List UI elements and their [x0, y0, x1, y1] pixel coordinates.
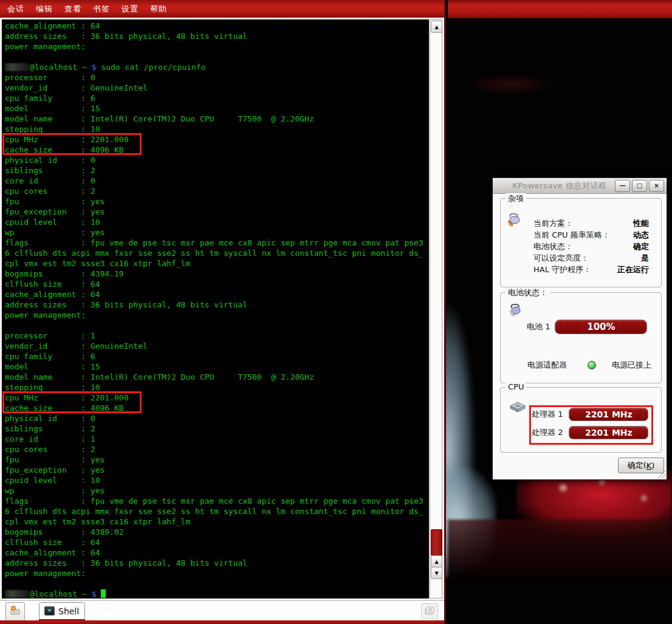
terminal-line: cache_alignment : 64 — [5, 21, 429, 31]
terminal-line: power management: — [5, 41, 429, 52]
terminal-line: address sizes : 36 bits physical, 48 bit… — [5, 300, 429, 310]
misc-label: 当前方案： — [533, 218, 573, 229]
terminal-line: model : 15 — [5, 362, 429, 372]
tab-shell[interactable]: » Shell — [39, 602, 85, 619]
tab-label: Shell — [58, 606, 79, 616]
battery-progress-bar: 100% — [555, 320, 647, 334]
misc-label: 电池状态： — [533, 241, 573, 252]
detach-session-button[interactable] — [421, 603, 438, 619]
terminal-line — [5, 52, 429, 62]
menu-item[interactable]: 书签 — [93, 4, 110, 15]
terminal-output[interactable]: cache_alignment : 64address sizes : 36 b… — [2, 19, 429, 598]
wallpaper-dark-band — [448, 519, 672, 583]
terminal-line: model name : Intel(R) Core(TM)2 Duo CPU … — [5, 114, 429, 124]
menu-item[interactable]: 查看 — [64, 4, 81, 15]
kpowersave-dialog: KPowersave 信息对话框 — □ × 杂项 当前方案：性能 当前 CPU — [492, 177, 667, 480]
terminal-line: physical id : 0 — [5, 155, 429, 165]
terminal-line — [5, 320, 429, 331]
terminal-frame: cache_alignment : 64address sizes : 36 b… — [0, 18, 444, 600]
annotation-box-cpu-bars — [529, 405, 653, 445]
misc-value: 确定 — [633, 241, 649, 252]
menu-item[interactable]: 帮助 — [150, 4, 167, 15]
ok-button-accelerator: K — [646, 461, 652, 470]
minimize-button[interactable]: — — [615, 180, 630, 192]
terminal-line: cpu cores : 2 — [5, 186, 429, 196]
terminal-icon: » — [44, 606, 55, 615]
terminal-line: clflush size : 64 — [5, 279, 429, 289]
misc-value: 是 — [641, 253, 649, 264]
battery-row: 电池 1 100% — [527, 320, 653, 334]
adapter-led-icon — [588, 361, 596, 369]
prompt-tilde: ~ — [82, 63, 92, 72]
misc-rows: 当前方案：性能 当前 CPU 频率策略：动态 电池状态：确定 可以设定亮度：是 … — [533, 218, 649, 275]
close-button[interactable]: × — [649, 180, 664, 192]
terminal-line: core id : 0 — [5, 176, 429, 186]
terminal-line: fpu : yes — [5, 196, 429, 207]
new-session-button[interactable] — [5, 602, 25, 621]
terminal-line: flags : fpu vme de pse tsc msr pae mce c… — [5, 238, 429, 248]
ok-button-text: ) — [651, 461, 654, 470]
terminal-line: processor : 1 — [5, 331, 429, 341]
annotation-box-cpu-mhz-2 — [2, 391, 142, 413]
prompt-symbol: $ — [92, 589, 101, 598]
misc-row: 当前方案：性能 — [533, 218, 649, 229]
prompt-symbol: $ — [92, 63, 101, 72]
terminal-line: cpuid level : 10 — [5, 475, 429, 485]
scroll-up-button-bottom[interactable]: ▲ — [431, 555, 442, 567]
annotation-box-cpu-mhz-1 — [2, 133, 142, 155]
terminal-line: vendor_id : GenuineIntel — [5, 341, 429, 351]
terminal-line: model : 15 — [5, 103, 429, 114]
maximize-button[interactable]: □ — [632, 180, 647, 192]
terminal-line: siblings : 2 — [5, 423, 429, 434]
up-arrow-icon: ▲ — [434, 24, 438, 30]
cpu-chip-icon — [509, 401, 526, 416]
scrollbar-thumb[interactable] — [431, 529, 442, 556]
terminal-line: cpu cores : 2 — [5, 444, 429, 454]
terminal-line: cpu family : 6 — [5, 351, 429, 362]
up-arrow-icon: ▲ — [434, 559, 438, 564]
terminal-line: vendor_id : GenuineIntel — [5, 83, 429, 93]
background-red-bar — [448, 0, 672, 18]
prompt-command: sudo cat /proc/cpuinfo — [101, 63, 205, 72]
adapter-label: 电源适配器 — [527, 360, 567, 371]
misc-value: 动态 — [633, 230, 649, 241]
misc-value: 正在运行 — [617, 264, 649, 275]
terminal-line: physical id : 0 — [5, 413, 429, 423]
battery-legend: 电池状态： — [506, 287, 550, 298]
menu-item[interactable]: 设置 — [122, 4, 139, 15]
terminal-line: bogomips : 4389.02 — [5, 527, 429, 537]
ok-button[interactable]: 确定(K) — [618, 458, 664, 473]
terminal-scrollbar[interactable]: ▲ ▲ ▼ — [430, 19, 442, 598]
terminal-line: bogomips : 4394.19 — [5, 269, 429, 279]
terminal-line: cpl vmx est tm2 ssse3 cx16 xtpr lahf_lm — [5, 516, 429, 527]
menu-item[interactable]: 编辑 — [36, 4, 53, 15]
window-bottom-border — [0, 620, 444, 624]
prompt-host: @localhost — [30, 589, 82, 598]
dialog-title-bar[interactable]: KPowersave 信息对话框 — □ × — [493, 178, 667, 194]
menu-bar: 会话编辑查看书签设置帮助 — [0, 0, 444, 18]
power-cable-icon — [509, 303, 523, 320]
terminal-line: model name : Intel(R) Core(TM)2 Duo CPU … — [5, 372, 429, 382]
ok-button-text: 确定( — [628, 460, 646, 471]
scroll-up-button[interactable]: ▲ — [431, 21, 442, 33]
terminal-line: clflush size : 64 — [5, 537, 429, 547]
terminal-line: address sizes : 36 bits physical, 48 bit… — [5, 558, 429, 568]
terminal-line: cache_alignment : 64 — [5, 547, 429, 558]
terminal-line: processor : 0 — [5, 72, 429, 83]
misc-row: 可以设定亮度：是 — [533, 252, 649, 264]
wallpaper-smudge — [471, 74, 556, 95]
terminal-line: fpu_exception : yes — [5, 465, 429, 475]
terminal-prompt-line: @localhost ~ $ sudo cat /proc/cpuinfo — [5, 62, 429, 72]
tab-bar: » Shell — [0, 600, 444, 621]
misc-label: 可以设定亮度： — [533, 253, 589, 264]
terminal-line: flags : fpu vme de pse tsc msr pae mce c… — [5, 496, 429, 506]
misc-groupbox: 杂项 当前方案：性能 当前 CPU 频率策略：动态 电池状态：确定 可以设定亮度… — [500, 198, 662, 287]
menu-item[interactable]: 会话 — [7, 4, 24, 15]
terminal-cursor — [101, 589, 106, 598]
terminal-line: core id : 1 — [5, 434, 429, 444]
terminal-line: fpu_exception : yes — [5, 207, 429, 217]
terminal-line: wp : yes — [5, 227, 429, 238]
scroll-down-button[interactable]: ▼ — [431, 567, 442, 579]
misc-row: 当前 CPU 频率策略：动态 — [533, 229, 649, 241]
misc-label: HAL 守护程序： — [533, 264, 591, 275]
